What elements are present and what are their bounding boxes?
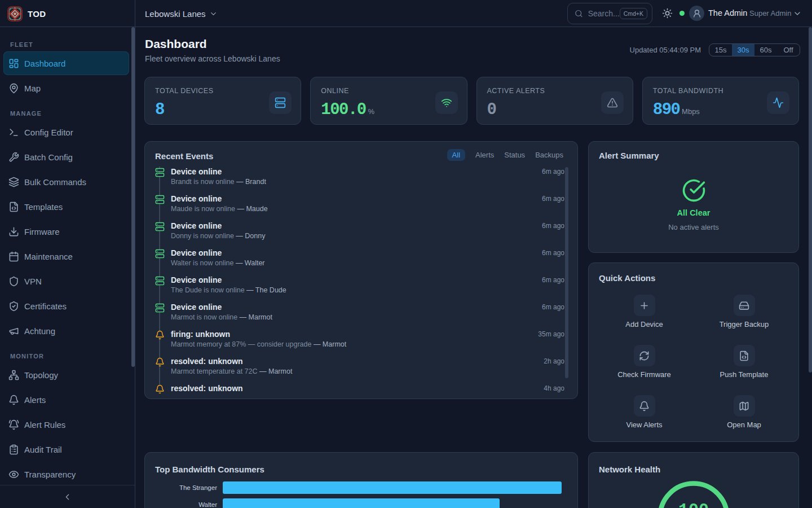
- svg-text:100: 100: [678, 501, 709, 508]
